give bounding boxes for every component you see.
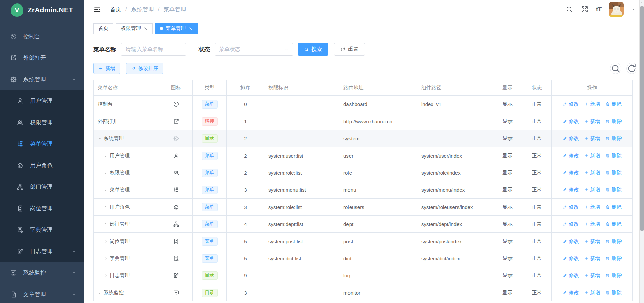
- breadcrumb-item[interactable]: 首页: [110, 6, 121, 13]
- gear-icon: [10, 76, 17, 83]
- sidebar-menu: 控制台外部打开系统管理用户管理权限管理菜单管理用户角色部门管理岗位管理字典管理日…: [0, 20, 84, 303]
- delete-link[interactable]: 删除: [605, 187, 622, 193]
- plus-icon: [584, 205, 589, 209]
- scrollbar-up-arrow[interactable]: [640, 0, 644, 5]
- operations-cell: 修改新增删除: [552, 267, 632, 284]
- delete-link[interactable]: 删除: [605, 272, 622, 279]
- font-size-icon[interactable]: tT: [596, 6, 601, 13]
- sidebar-collapse-icon[interactable]: [93, 5, 101, 13]
- scrollbar-thumb[interactable]: [640, 6, 644, 231]
- edit-link[interactable]: 修改: [562, 238, 579, 245]
- chevron-down-icon: [72, 292, 76, 297]
- sidebar-item-log[interactable]: 日志管理: [0, 241, 84, 262]
- edit-link[interactable]: 修改: [562, 135, 579, 142]
- tab-item[interactable]: 首页: [93, 23, 113, 34]
- delete-link[interactable]: 删除: [605, 135, 622, 142]
- page-scrollbar[interactable]: [639, 0, 644, 303]
- menu-name: 日志管理: [110, 272, 130, 279]
- refresh-table-button[interactable]: [626, 63, 637, 74]
- sidebar-item-user[interactable]: 用户管理: [0, 90, 84, 112]
- menu-name-input[interactable]: [121, 43, 186, 56]
- add-link[interactable]: 新增: [584, 101, 600, 107]
- user-menu-caret-icon[interactable]: [631, 7, 636, 12]
- header-search-icon[interactable]: [565, 5, 573, 13]
- edit-link[interactable]: 修改: [562, 204, 579, 210]
- sidebar-item-monitor[interactable]: 系统监控: [0, 262, 84, 284]
- expand-row-icon[interactable]: [104, 273, 108, 278]
- fullscreen-icon[interactable]: [581, 5, 589, 13]
- sidebar-item-tree[interactable]: 部门管理: [0, 176, 84, 198]
- app-logo[interactable]: V ZrAdmin.NET: [0, 0, 84, 20]
- expand-row-icon[interactable]: [104, 256, 108, 261]
- expand-row-icon[interactable]: [104, 239, 108, 244]
- edit-link[interactable]: 修改: [562, 272, 579, 279]
- delete-link[interactable]: 删除: [605, 101, 622, 107]
- delete-link[interactable]: 删除: [605, 221, 622, 227]
- sidebar-item-gear[interactable]: 系统管理: [0, 69, 84, 90]
- delete-link[interactable]: 删除: [605, 204, 622, 210]
- expand-row-icon[interactable]: [98, 291, 102, 295]
- sidebar-item-external-link[interactable]: 外部打开: [0, 47, 84, 69]
- sidebar-item-label: 部门管理: [30, 183, 76, 191]
- menu-table: 菜单名称图标类型排序权限标识路由地址组件路径显示状态操作控制台菜单0dashbo…: [93, 80, 633, 301]
- menu-name-cell: 用户角色: [94, 199, 160, 216]
- edit-link[interactable]: 修改: [562, 170, 579, 176]
- add-link[interactable]: 新增: [584, 272, 600, 279]
- robot-icon: [173, 204, 179, 210]
- add-link[interactable]: 新增: [584, 204, 600, 210]
- add-link[interactable]: 新增: [584, 221, 600, 227]
- sidebar-item-peoples[interactable]: 权限管理: [0, 112, 84, 133]
- sidebar-item-post[interactable]: 岗位管理: [0, 198, 84, 219]
- expand-row-icon[interactable]: [104, 205, 108, 209]
- user-avatar[interactable]: [609, 2, 624, 17]
- sidebar-item-dict[interactable]: 字典管理: [0, 219, 84, 241]
- visible-cell: 显示: [493, 199, 522, 216]
- tab-close-icon[interactable]: [189, 27, 193, 31]
- add-link[interactable]: 新增: [584, 290, 600, 296]
- menu-name: 岗位管理: [110, 238, 130, 245]
- edit-link[interactable]: 修改: [562, 187, 579, 193]
- edit-link[interactable]: 修改: [562, 290, 579, 296]
- tab-item[interactable]: 权限管理: [116, 23, 153, 34]
- status-select[interactable]: 菜单状态: [215, 43, 293, 56]
- add-button[interactable]: 新增: [93, 63, 120, 74]
- reset-button[interactable]: 重置: [334, 43, 365, 56]
- sidebar-item-tree-table[interactable]: 菜单管理: [0, 133, 84, 155]
- sidebar-item-dashboard[interactable]: 控制台: [0, 26, 84, 47]
- tab-close-icon[interactable]: [144, 27, 148, 31]
- expand-row-icon[interactable]: [104, 154, 108, 158]
- sort-edit-button[interactable]: 修改排序: [126, 63, 163, 74]
- sidebar-item-label: 用户角色: [30, 162, 76, 169]
- sidebar-item-document[interactable]: 文章管理: [0, 284, 84, 303]
- delete-link[interactable]: 删除: [605, 255, 622, 262]
- delete-link[interactable]: 删除: [605, 290, 622, 296]
- add-link[interactable]: 新增: [584, 238, 600, 245]
- tab-active[interactable]: 菜单管理: [155, 23, 198, 34]
- search-button[interactable]: 搜索: [298, 43, 328, 56]
- sidebar-item-robot[interactable]: 用户角色: [0, 155, 84, 176]
- delete-link[interactable]: 删除: [605, 153, 622, 159]
- expand-row-icon[interactable]: [104, 222, 108, 226]
- expand-row-icon[interactable]: [104, 188, 108, 192]
- sidebar: V ZrAdmin.NET 控制台外部打开系统管理用户管理权限管理菜单管理用户角…: [0, 0, 84, 303]
- add-link[interactable]: 新增: [584, 170, 600, 176]
- toggle-search-button[interactable]: [610, 63, 621, 74]
- collapse-row-icon[interactable]: [98, 136, 102, 141]
- column-header: 组件路径: [417, 80, 493, 96]
- edit-link[interactable]: 修改: [562, 118, 579, 125]
- delete-link[interactable]: 删除: [605, 238, 622, 245]
- add-link[interactable]: 新增: [584, 118, 600, 125]
- peoples-icon: [17, 119, 24, 126]
- expand-row-icon[interactable]: [104, 171, 108, 175]
- add-link[interactable]: 新增: [584, 135, 600, 142]
- menu-name-cell: 日志管理: [94, 267, 160, 284]
- edit-link[interactable]: 修改: [562, 221, 579, 227]
- delete-link[interactable]: 删除: [605, 170, 622, 176]
- add-link[interactable]: 新增: [584, 255, 600, 262]
- edit-link[interactable]: 修改: [562, 101, 579, 107]
- edit-link[interactable]: 修改: [562, 153, 579, 159]
- add-link[interactable]: 新增: [584, 153, 600, 159]
- edit-link[interactable]: 修改: [562, 255, 579, 262]
- add-link[interactable]: 新增: [584, 187, 600, 193]
- delete-link[interactable]: 删除: [605, 118, 622, 125]
